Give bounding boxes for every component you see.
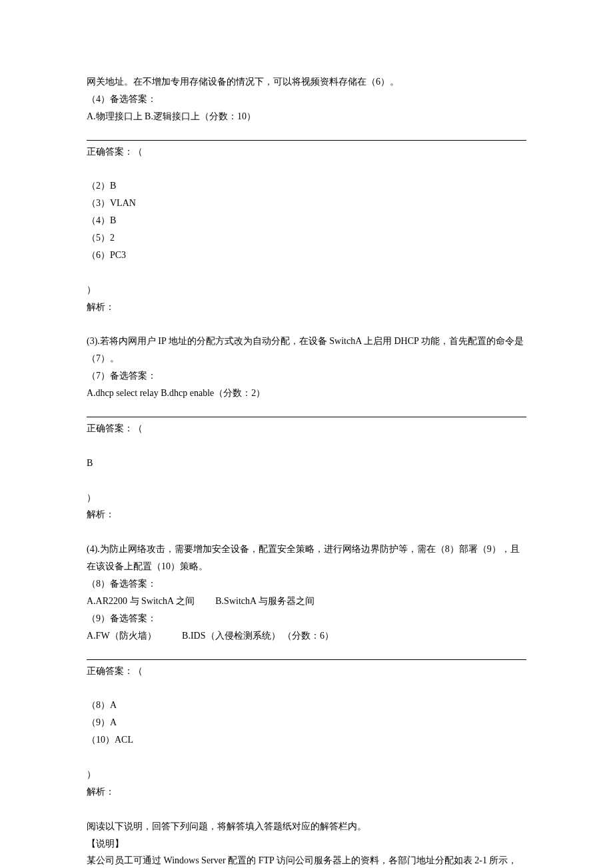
q4-answer-10: （10）ACL [87,731,526,749]
q2-answer-5: （5）2 [87,229,526,247]
q2-answer-label: 正确答案：（ [87,143,526,161]
q2-opt4-choices: A.物理接口上 B.逻辑接口上（分数：10） [87,108,526,125]
q3-opt7-choices: A.dhcp select relay B.dhcp enable（分数：2） [87,385,526,402]
q3-close: ） [87,489,526,507]
q3-answer: B [87,455,526,472]
q5-body: 某公司员工可通过 Windows Server 配置的 FTP 访问公司服务器上… [87,852,526,868]
q2-answer-4: （4）B [87,212,526,229]
blank [87,680,526,697]
q2-intro: 网关地址。在不增加专用存储设备的情况下，可以将视频资料存储在（6）。 [87,73,526,91]
q3-opt7-label: （7）备选答案： [87,367,526,385]
q2-opt4-label: （4）备选答案： [87,91,526,108]
blank [87,437,526,455]
q5-intro: 阅读以下说明，回答下列问题，将解答填入答题纸对应的解答栏内。 [87,818,526,835]
blank [87,316,526,333]
q5-shuoming: 【说明】 [87,835,526,853]
q4-parse-label: 解析： [87,783,526,801]
q2-close: ） [87,281,526,299]
q4-opt9-choices: A.FW（防火墙） B.IDS（入侵检测系统） （分数：6） [87,627,526,645]
blank [87,472,526,489]
divider [87,417,526,417]
blank [87,523,526,541]
q3-parse-label: 解析： [87,506,526,523]
q4-opt8-label: （8）备选答案： [87,575,526,593]
q4-answer-8: （8）A [87,697,526,714]
q4-text: (4).为防止网络攻击，需要增加安全设备，配置安全策略，进行网络边界防护等，需在… [87,541,526,575]
q4-answer-label: 正确答案：（ [87,663,526,680]
divider [87,140,526,141]
document-page: 网关地址。在不增加专用存储设备的情况下，可以将视频资料存储在（6）。 （4）备选… [0,0,613,868]
q4-opt8-choices: A.AR2200 与 SwitchA 之间 B.SwitchA 与服务器之间 [87,593,526,610]
blank [87,264,526,281]
q3-answer-label: 正确答案：（ [87,420,526,437]
blank [87,161,526,178]
q2-answer-6: （6）PC3 [87,247,526,264]
blank [87,801,526,818]
q2-answer-3: （3）VLAN [87,195,526,212]
blank [87,749,526,766]
q4-opt9-label: （9）备选答案： [87,610,526,627]
divider [87,659,526,660]
q4-close: ） [87,766,526,783]
q2-parse-label: 解析： [87,299,526,316]
q3-text: (3).若将内网用户 IP 地址的分配方式改为自动分配，在设备 SwitchA … [87,333,526,367]
q2-answer-2: （2）B [87,177,526,195]
q4-answer-9: （9）A [87,714,526,731]
